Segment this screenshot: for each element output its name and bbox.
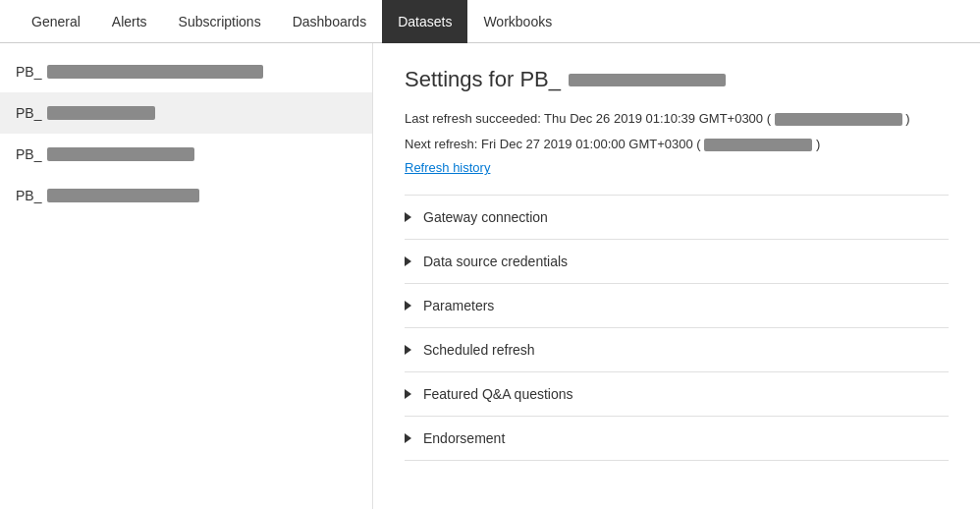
refresh-history-link[interactable]: Refresh history (405, 160, 490, 175)
chevron-right-icon (405, 345, 411, 355)
dataset-prefix-1: PB_ (16, 105, 41, 121)
dataset-label-2: PB_ (16, 146, 194, 162)
section-item-4[interactable]: Featured Q&A questions (405, 371, 949, 416)
dataset-prefix-3: PB_ (16, 188, 41, 203)
dataset-item-0[interactable]: PB_ (0, 51, 372, 92)
section-item-1[interactable]: Data source credentials (405, 239, 949, 283)
section-item-0[interactable]: Gateway connection (405, 195, 949, 239)
section-item-2[interactable]: Parameters (405, 283, 949, 327)
chevron-right-icon (405, 212, 411, 222)
right-panel: Settings for PB_ Last refresh succeeded:… (373, 43, 980, 509)
dataset-item-1[interactable]: PB_ (0, 92, 372, 134)
chevron-right-icon (405, 389, 411, 399)
section-label-4: Featured Q&A questions (423, 386, 573, 402)
last-refresh-label: Last refresh succeeded: Thu Dec 26 2019 … (405, 111, 771, 126)
tab-datasets[interactable]: Datasets (382, 0, 467, 43)
sections-container: Gateway connectionData source credential… (405, 195, 949, 461)
dataset-redacted-1 (47, 106, 155, 120)
section-item-5[interactable]: Endorsement (405, 416, 949, 461)
dataset-redacted-0 (47, 65, 263, 79)
section-label-5: Endorsement (423, 430, 505, 446)
next-refresh-label: Next refresh: Fri Dec 27 2019 01:00:00 G… (405, 137, 701, 151)
dataset-label-3: PB_ (16, 188, 199, 203)
dataset-item-3[interactable]: PB_ (0, 175, 372, 216)
tab-bar: GeneralAlertsSubscriptionsDashboardsData… (0, 0, 980, 43)
dataset-label-0: PB_ (16, 64, 263, 80)
dataset-label-1: PB_ (16, 105, 155, 121)
next-refresh-suffix: ) (816, 137, 820, 151)
main-content: PB_PB_PB_PB_ Settings for PB_ Last refre… (0, 43, 980, 509)
dataset-prefix-0: PB_ (16, 64, 41, 80)
left-panel: PB_PB_PB_PB_ (0, 43, 373, 509)
chevron-right-icon (405, 433, 411, 443)
dataset-redacted-3 (47, 189, 199, 202)
chevron-right-icon (405, 301, 411, 311)
settings-title-redacted (569, 74, 726, 86)
dataset-redacted-2 (47, 147, 194, 161)
last-refresh-redacted (775, 113, 902, 126)
tab-general[interactable]: General (16, 0, 96, 43)
section-label-3: Scheduled refresh (423, 342, 535, 358)
section-label-1: Data source credentials (423, 254, 568, 269)
dataset-item-2[interactable]: PB_ (0, 134, 372, 175)
tab-subscriptions[interactable]: Subscriptions (163, 0, 277, 43)
last-refresh-info: Last refresh succeeded: Thu Dec 26 2019 … (405, 108, 949, 130)
section-item-3[interactable]: Scheduled refresh (405, 327, 949, 371)
next-refresh-info: Next refresh: Fri Dec 27 2019 01:00:00 G… (405, 134, 949, 155)
section-label-0: Gateway connection (423, 209, 548, 225)
tab-alerts[interactable]: Alerts (96, 0, 163, 43)
section-label-2: Parameters (423, 298, 494, 313)
tab-dashboards[interactable]: Dashboards (277, 0, 383, 43)
dataset-prefix-2: PB_ (16, 146, 41, 162)
next-refresh-redacted (704, 139, 812, 151)
settings-title: Settings for PB_ (405, 67, 949, 92)
last-refresh-suffix: ) (905, 111, 909, 126)
chevron-right-icon (405, 256, 411, 266)
tab-workbooks[interactable]: Workbooks (467, 0, 568, 43)
settings-title-prefix: Settings for PB_ (405, 67, 561, 92)
